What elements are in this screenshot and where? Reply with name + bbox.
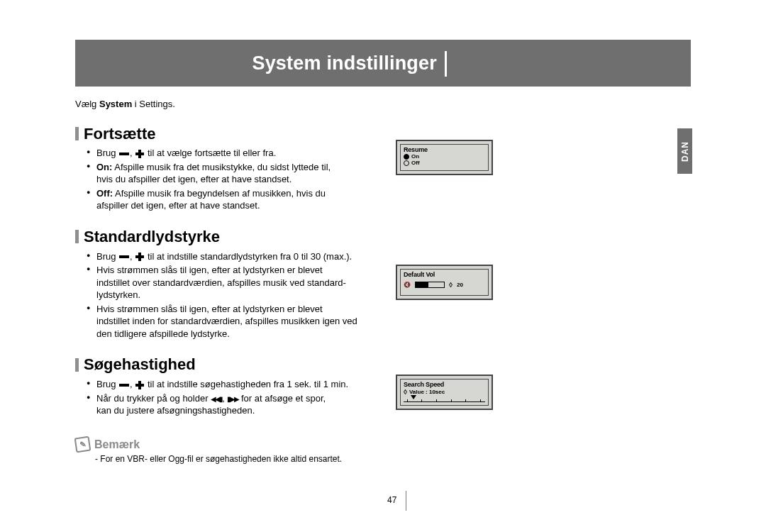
text: indstillet inden for standardværdien, af… xyxy=(96,315,458,328)
text: Brug xyxy=(96,379,118,389)
text: Brug xyxy=(96,251,118,262)
tick-icon xyxy=(480,399,481,402)
language-tab: DAN xyxy=(677,128,692,174)
section-title: Fortsætte xyxy=(84,123,155,145)
text: Afspille musik fra begyndelsen af musikk… xyxy=(113,188,326,199)
text: Hvis strømmen slås til igen, efter at ly… xyxy=(96,304,323,314)
plus-icon xyxy=(135,150,144,158)
language-tab-label: DAN xyxy=(680,141,690,162)
lcd-search-speed: Search Speed ◊ Value : 10sec xyxy=(396,375,493,410)
section-bar-icon xyxy=(75,358,79,372)
volume-value: 20 xyxy=(457,282,463,288)
text: til at vælge fortsætte til eller fra. xyxy=(145,148,276,158)
plus-icon xyxy=(135,381,144,389)
tick-icon xyxy=(451,399,452,402)
text: til at indstille standardlydstyrken fra … xyxy=(145,251,352,262)
text: Afspille musik fra det musikstykke, du s… xyxy=(112,162,331,172)
lcd-title: Default Vol xyxy=(404,271,485,278)
section-title: Søgehastighed xyxy=(84,354,196,375)
text: Hvis strømmen slås til igen, efter at ly… xyxy=(96,265,323,275)
volume-track xyxy=(415,282,445,288)
section-header-search-speed: Søgehastighed xyxy=(75,354,458,375)
note-label: Bemærk xyxy=(94,437,140,453)
note-text: - For en VBR- eller Ogg-fil er søgehasti… xyxy=(75,453,458,465)
text: Når du trykker på og holder xyxy=(96,393,211,404)
radio-empty-icon xyxy=(404,160,409,166)
speaker-icon: 🔇 xyxy=(404,282,411,288)
minus-icon xyxy=(119,384,129,387)
header-divider xyxy=(445,51,447,77)
tick-icon xyxy=(465,399,466,402)
lcd-title: Search Speed xyxy=(404,381,485,388)
left-right-arrow-icon: ◊ xyxy=(449,281,453,289)
page-title: System indstillinger xyxy=(252,52,437,74)
text: for at afsøge et spor, xyxy=(238,393,326,404)
tick-icon xyxy=(407,399,408,402)
ruler xyxy=(404,397,485,404)
list-item: Brug , til at indstille standardlydstyrk… xyxy=(96,250,458,263)
lcd-resume: Resume On Off xyxy=(396,140,493,175)
section-bar-icon xyxy=(75,127,79,140)
text: Brug xyxy=(96,148,118,158)
note-header: ✎ Bemærk xyxy=(75,437,458,453)
lcd-option-off: Off xyxy=(404,160,485,166)
section-bar-icon xyxy=(75,230,79,243)
rewind-icon: ◀◀▮ xyxy=(211,394,222,404)
intro-bold: System xyxy=(99,99,132,109)
lcd-title: Resume xyxy=(404,146,485,153)
section-title: Standardlydstyrke xyxy=(84,226,220,248)
minus-icon xyxy=(119,153,129,155)
tick-icon xyxy=(436,399,437,402)
lcd-option-on: On xyxy=(404,153,485,160)
plus-icon xyxy=(135,253,144,261)
text: afspiller det igen, efter at have stands… xyxy=(96,199,458,212)
fastforward-icon: ▮▶▶ xyxy=(227,394,238,404)
lcd-on-label: On xyxy=(411,153,419,160)
search-speed-value: Value : 10sec xyxy=(409,389,445,395)
minus-icon xyxy=(119,255,129,258)
radio-filled-icon xyxy=(404,154,409,160)
manual-page: System indstillinger DAN Vælg System i S… xyxy=(0,0,766,532)
on-label: On: xyxy=(96,162,112,172)
volume-bar: 🔇 ◊ 20 xyxy=(404,281,485,289)
volume-fill xyxy=(416,282,428,287)
tick-icon xyxy=(421,399,422,402)
note-section: ✎ Bemærk - For en VBR- eller Ogg-fil er … xyxy=(75,437,458,465)
text: den tidligere afspillede lydstyrke. xyxy=(96,328,458,340)
list-item: Off: Afspille musik fra begyndelsen af m… xyxy=(96,187,458,212)
ruler-line xyxy=(404,401,485,402)
lcd-inner: Resume On Off xyxy=(400,144,489,171)
intro-pre: Vælg xyxy=(75,99,99,109)
lcd-inner: Default Vol 🔇 ◊ 20 xyxy=(400,269,489,296)
intro-post: i Settings. xyxy=(132,99,175,109)
note-icon: ✎ xyxy=(74,436,91,453)
page-number: 47 xyxy=(387,495,396,505)
list-item: Hvis strømmen slås til igen, efter at ly… xyxy=(96,303,458,340)
lcd-inner: Search Speed ◊ Value : 10sec xyxy=(400,379,489,406)
section-header-default-volume: Standardlydstyrke xyxy=(75,226,458,248)
intro-text: Vælg System i Settings. xyxy=(75,98,458,111)
header-band: System indstillinger xyxy=(75,40,691,87)
lcd-default-vol: Default Vol 🔇 ◊ 20 xyxy=(396,265,493,300)
off-label: Off: xyxy=(96,188,113,199)
marker-icon xyxy=(411,395,416,399)
text: til at indstille søgehastigheden fra 1 s… xyxy=(145,379,348,389)
left-right-arrow-icon: ◊ xyxy=(404,388,407,396)
lcd-off-label: Off xyxy=(411,160,420,166)
page-number-rule xyxy=(406,491,406,511)
